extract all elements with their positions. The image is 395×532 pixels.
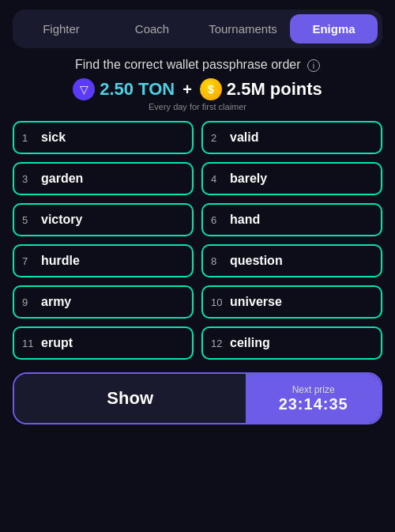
word-cell-8[interactable]: 8 question: [201, 244, 382, 277]
word-text: ceiling: [230, 336, 270, 350]
word-cell-12[interactable]: 12 ceiling: [201, 326, 382, 360]
word-text: universe: [230, 295, 282, 309]
next-prize-timer: 23:14:35: [279, 395, 348, 413]
next-prize-panel: Next prize 23:14:35: [246, 374, 381, 423]
word-cell-10[interactable]: 10 universe: [201, 285, 382, 319]
info-icon[interactable]: i: [307, 59, 320, 72]
word-cell-5[interactable]: 5 victory: [13, 203, 194, 236]
word-text: victory: [41, 213, 82, 227]
tab-tournaments[interactable]: Tournaments: [199, 14, 287, 43]
word-num: 9: [22, 296, 35, 308]
ton-amount: 2.50 TON: [100, 79, 175, 100]
header: Find the correct wallet passphrase order…: [0, 58, 395, 72]
plus-sign: +: [182, 81, 192, 99]
word-num: 6: [211, 214, 224, 226]
word-text: army: [41, 295, 71, 309]
word-num: 11: [22, 338, 35, 349]
word-cell-6[interactable]: 6 hand: [201, 203, 382, 236]
word-grid: 1 sick 2 valid 3 garden 4 barely 5 victo…: [13, 121, 382, 360]
word-text: sick: [41, 130, 66, 145]
tab-enigma[interactable]: Enigma: [290, 14, 378, 43]
ton-icon: ▽: [73, 78, 95, 100]
tab-fighter[interactable]: Fighter: [17, 14, 105, 43]
word-text: question: [230, 254, 283, 268]
next-prize-label: Next prize: [292, 384, 335, 395]
word-cell-9[interactable]: 9 army: [13, 285, 194, 319]
word-text: hand: [230, 213, 260, 227]
word-num: 2: [211, 132, 224, 144]
word-num: 1: [22, 132, 35, 144]
ton-badge: ▽ 2.50 TON: [73, 78, 175, 100]
word-cell-2[interactable]: 2 valid: [201, 121, 382, 154]
prize-subtitle: Every day for first claimer: [0, 102, 395, 111]
word-text: barely: [230, 172, 267, 186]
word-cell-4[interactable]: 4 barely: [201, 162, 382, 195]
header-title: Find the correct wallet passphrase order…: [0, 58, 395, 72]
points-badge: $ 2.5M points: [200, 78, 322, 100]
word-cell-11[interactable]: 11 erupt: [13, 326, 194, 360]
points-amount: 2.5M points: [227, 79, 322, 100]
prize-row: ▽ 2.50 TON + $ 2.5M points: [0, 78, 395, 100]
word-cell-3[interactable]: 3 garden: [13, 162, 194, 195]
word-text: hurdle: [41, 254, 80, 268]
word-text: garden: [41, 172, 83, 186]
word-cell-7[interactable]: 7 hurdle: [13, 244, 194, 277]
word-num: 10: [211, 296, 224, 308]
word-cell-1[interactable]: 1 sick: [13, 121, 194, 154]
show-button[interactable]: Show: [14, 374, 246, 423]
word-text: valid: [230, 130, 258, 145]
word-num: 3: [22, 173, 35, 185]
word-num: 7: [22, 255, 35, 267]
word-num: 8: [211, 255, 224, 267]
tab-bar: Fighter Coach Tournaments Enigma: [13, 9, 382, 48]
word-num: 12: [211, 338, 224, 349]
word-text: erupt: [41, 336, 73, 350]
coin-icon: $: [200, 78, 222, 100]
word-num: 5: [22, 214, 35, 226]
word-num: 4: [211, 173, 224, 185]
bottom-bar: Show Next prize 23:14:35: [13, 372, 382, 424]
tab-coach[interactable]: Coach: [108, 14, 196, 43]
